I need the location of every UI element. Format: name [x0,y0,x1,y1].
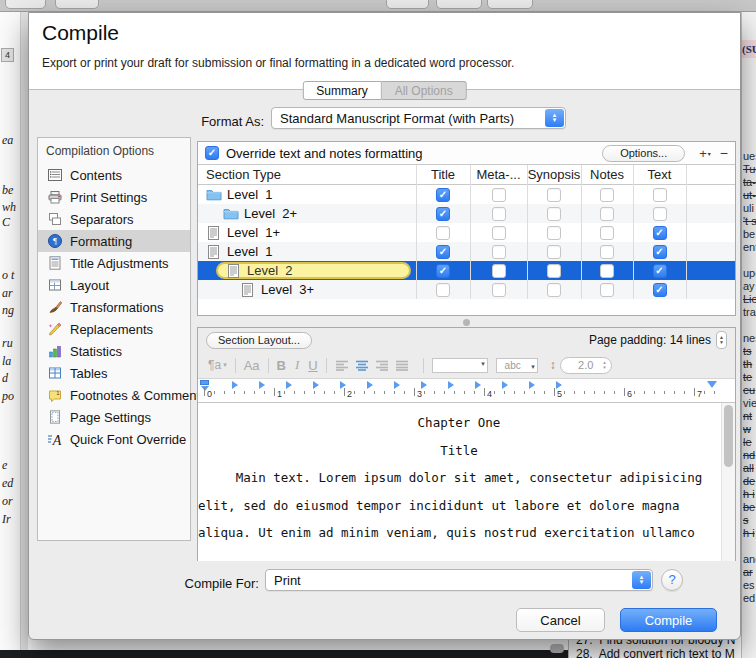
tab-stop-marker[interactable] [502,381,508,389]
text-checkbox[interactable] [653,245,667,259]
sidebar-item-statistics[interactable]: Statistics [38,340,190,362]
meta-checkbox[interactable] [492,188,506,202]
meta-checkbox[interactable] [492,245,506,259]
section-row-level-2[interactable]: Level 2+ [198,204,735,223]
sidebar-item-page-settings[interactable]: Page Settings [38,406,190,428]
preview-scrollbar-thumb[interactable] [724,405,733,467]
sidebar-item-tables[interactable]: Tables [38,362,190,384]
add-level-button[interactable]: +▾ [699,146,711,161]
synopsis-checkbox[interactable] [547,283,561,297]
section-row-level-1[interactable]: Level 1 [198,242,735,261]
sidebar-item-formatting[interactable]: ¶Formatting [38,230,190,252]
section-row-level-1[interactable]: Level 1+ [198,223,735,242]
paragraph-style-dropdown[interactable]: ¶a▾ [208,358,227,372]
override-checkbox[interactable] [205,146,219,160]
tab-stop-marker[interactable] [313,381,319,389]
section-row-level-2[interactable]: Level 2 [198,261,735,280]
synopsis-checkbox[interactable] [547,245,561,259]
notes-checkbox[interactable] [600,283,614,297]
sidebar-item-print-settings[interactable]: Print Settings [38,186,190,208]
notes-checkbox[interactable] [600,226,614,240]
sidebar-item-transformations[interactable]: Transformations [38,296,190,318]
tab-stop-marker[interactable] [556,381,562,389]
tab-stop-marker[interactable] [259,381,265,389]
title-checkbox[interactable] [436,264,450,278]
background-text-fragment: ues [743,150,756,162]
notes-checkbox[interactable] [600,207,614,221]
sidebar-item-quick-font-override[interactable]: AQuick Font Override [38,428,190,450]
synopsis-checkbox[interactable] [547,264,561,278]
tab-stop-marker[interactable] [340,381,346,389]
tab-summary[interactable]: Summary [302,81,381,100]
notes-checkbox[interactable] [600,188,614,202]
tab-stop-marker[interactable] [394,381,400,389]
compile-for-select[interactable]: Print ▲▼ [265,569,653,591]
align-center-icon[interactable] [355,360,369,371]
toolbar-button[interactable] [436,0,482,9]
sidebar-item-title-adjustments[interactable]: Title Adjustments [38,252,190,274]
text-checkbox[interactable] [653,188,667,202]
toolbar-button[interactable] [5,0,46,9]
format-as-select[interactable]: Standard Manuscript Format (with Parts) … [271,107,566,129]
title-checkbox[interactable] [436,226,450,240]
underline-button[interactable]: U [308,358,317,373]
align-justify-icon[interactable] [395,360,409,371]
align-right-icon[interactable] [375,360,389,371]
italic-button[interactable]: I [295,357,299,373]
toolbar-button[interactable] [55,0,99,9]
line-spacing-stepper[interactable]: 2.0▴▾ [560,357,612,374]
remove-level-button[interactable]: − [720,145,728,161]
sidebar-item-replacements[interactable]: Replacements [38,318,190,340]
compile-button[interactable]: Compile [620,608,717,632]
toolbar-button[interactable] [487,0,533,9]
cancel-button[interactable]: Cancel [516,608,605,632]
title-checkbox[interactable] [436,207,450,221]
section-row-level-3[interactable]: Level 3+ [198,280,735,299]
right-margin-marker[interactable] [707,381,717,388]
text-checkbox[interactable] [653,283,667,297]
tab-stop-marker[interactable] [367,381,373,389]
sidebar-item-contents[interactable]: Contents [38,164,190,186]
sidebar-item-footnotes-comments[interactable]: 1Footnotes & Comments [38,384,190,406]
options-button[interactable]: Options... [602,145,685,162]
bold-button[interactable]: B [277,358,286,373]
toolbar-button[interactable] [386,0,429,9]
notes-checkbox[interactable] [600,245,614,259]
title-checkbox[interactable] [436,245,450,259]
tab-stop-marker[interactable] [448,381,454,389]
notes-checkbox[interactable] [600,264,614,278]
section-row-level-1[interactable]: Level 1 [198,185,735,204]
sidebar-item-separators[interactable]: Separators [38,208,190,230]
left-indent-marker[interactable] [200,380,209,385]
section-layout-button[interactable]: Section Layout... [206,332,312,349]
meta-checkbox[interactable] [492,264,506,278]
ruler[interactable]: 01234567 [198,378,735,403]
synopsis-checkbox[interactable] [547,207,561,221]
tab-stop-marker[interactable] [421,381,427,389]
tab-stop-marker[interactable] [232,381,238,389]
color-dropdown[interactable]: ▾ [432,358,488,373]
help-button[interactable]: ? [661,569,683,591]
text-checkbox[interactable] [653,226,667,240]
sidebar-item-layout[interactable]: Layout [38,274,190,296]
synopsis-checkbox[interactable] [547,188,561,202]
text-checkbox[interactable] [653,207,667,221]
title-checkbox[interactable] [436,283,450,297]
meta-checkbox[interactable] [492,226,506,240]
page-padding-stepper[interactable]: ▲▼ [716,331,727,349]
tab-all-options[interactable]: All Options [382,81,467,100]
tab-stop-marker[interactable] [475,381,481,389]
tab-stop-marker[interactable] [529,381,535,389]
meta-checkbox[interactable] [492,283,506,297]
splitter-handle[interactable] [463,319,470,326]
text-checkbox[interactable] [653,264,667,278]
highlight-dropdown[interactable]: abc▾ [496,358,538,373]
meta-checkbox[interactable] [492,207,506,221]
title-checkbox[interactable] [436,188,450,202]
preview-scrollbar[interactable] [721,403,735,561]
synopsis-checkbox[interactable] [547,226,561,240]
background-scrollbar-thumb[interactable] [550,644,564,653]
align-left-icon[interactable] [335,360,349,371]
font-button[interactable]: Aa [244,358,260,373]
tab-stop-marker[interactable] [286,381,292,389]
